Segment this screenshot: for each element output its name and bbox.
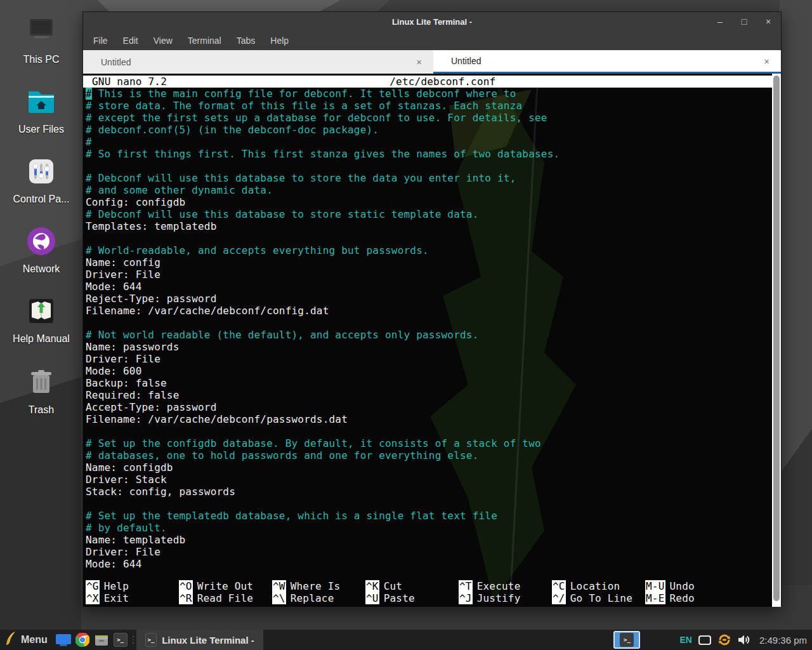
window-titlebar[interactable]: Linux Lite Terminal - – □ × xyxy=(83,12,781,31)
desktop-icon-user-files[interactable]: User Files xyxy=(0,85,82,135)
menu-edit[interactable]: Edit xyxy=(115,36,146,46)
nano-editor[interactable]: GNU nano 7.2 /etc/debconf.conf # This is… xyxy=(83,74,781,607)
text-cursor: # xyxy=(86,88,92,100)
shortcut-column: ^OWrite Out^RRead File xyxy=(179,580,272,604)
window-title: Linux Lite Terminal - xyxy=(392,17,472,27)
editor-line: # debconf.conf(5) (in the debconf-doc pa… xyxy=(86,124,772,136)
desktop-icon-label: This PC xyxy=(23,54,60,65)
editor-line: # store data. The format of this file is… xyxy=(86,100,772,112)
editor-line: Mode: 600 xyxy=(86,365,772,377)
desktop-icon-this-pc[interactable]: This PC xyxy=(0,15,82,65)
terminal-icon[interactable]: >_ xyxy=(111,630,130,650)
display-icon[interactable] xyxy=(698,635,711,645)
task-button-label: Linux Lite Terminal - xyxy=(162,635,254,646)
start-menu-button[interactable]: Menu xyxy=(0,630,54,650)
editor-line xyxy=(86,498,772,510)
desktop-icon-trash[interactable]: Trash xyxy=(0,366,82,416)
editor-line: Driver: File xyxy=(86,269,772,281)
editor-line: Required: false xyxy=(86,389,772,401)
tab-untitled-2[interactable]: Untitled × xyxy=(433,50,781,74)
network-globe-icon xyxy=(25,225,58,258)
terminal-window: Linux Lite Terminal - – □ × FileEditView… xyxy=(82,11,782,606)
editor-line: # Set up the configdb database. By defau… xyxy=(86,437,772,449)
tab-close-icon[interactable]: × xyxy=(416,56,422,67)
editor-line: # databases, one to hold passwords and o… xyxy=(86,449,772,461)
editor-line: # World-readable, and accepts everything… xyxy=(86,244,772,256)
nano-shortcut: ^KCut xyxy=(365,580,459,592)
nano-shortcut: M-UUndo xyxy=(645,580,738,592)
desktop-icon-label: Network xyxy=(23,263,60,275)
editor-line: Mode: 644 xyxy=(86,558,772,570)
taskbar-clock[interactable]: 2:49:36 pm xyxy=(757,635,807,646)
menu-label: Menu xyxy=(21,634,48,646)
editor-line: Name: templatedb xyxy=(86,534,772,546)
keyboard-layout-indicator[interactable]: EN xyxy=(679,635,691,645)
editor-line: Backup: false xyxy=(86,377,772,389)
task-button-terminal[interactable]: >_ Linux Lite Terminal - xyxy=(136,630,263,650)
editor-line: # and some other dynamic data. xyxy=(86,184,772,196)
editor-line: # xyxy=(86,136,772,148)
home-folder-icon xyxy=(25,85,58,118)
desktop-icon-label: Help Manual xyxy=(13,333,70,345)
desktop-icon-label: Control Pa... xyxy=(13,194,70,205)
desktop-icon-control-panel[interactable]: Control Pa... xyxy=(0,155,82,205)
tab-untitled-1[interactable]: Untitled × xyxy=(83,50,433,74)
desktop-icon-network[interactable]: Network xyxy=(0,225,82,275)
nano-shortcut: ^/Go To Line xyxy=(552,592,645,604)
updates-icon[interactable] xyxy=(717,633,731,647)
help-manual-icon xyxy=(25,295,58,328)
editor-line: # Debconf will use this database to stor… xyxy=(86,208,772,220)
shortcut-column: ^TExecute^JJustify xyxy=(459,580,552,604)
tab-close-icon[interactable]: × xyxy=(764,56,769,67)
editor-line: Config: configdb xyxy=(86,196,772,208)
nano-version: GNU nano 7.2 xyxy=(83,76,167,88)
editor-line: # by default. xyxy=(86,522,772,534)
desktop: This PC User Files Control Pa... Network… xyxy=(0,0,812,650)
editor-line: Name: configdb xyxy=(86,461,772,474)
editor-line: # except the first sets up a database fo… xyxy=(86,112,772,124)
editor-line: # Debconf will use this database to stor… xyxy=(86,172,772,184)
nano-shortcut: ^RRead File xyxy=(179,592,272,604)
editor-line: Filename: /var/cache/debconf/passwords.d… xyxy=(86,413,772,425)
menu-terminal[interactable]: Terminal xyxy=(180,36,229,46)
chrome-icon[interactable] xyxy=(73,630,92,650)
scrollbar-thumb[interactable] xyxy=(773,76,780,601)
editor-line: Templates: templatedb xyxy=(86,220,772,232)
menu-view[interactable]: View xyxy=(146,36,180,46)
editor-line: Accept-Type: password xyxy=(86,401,772,413)
nano-shortcut: ^\Replace xyxy=(272,592,365,604)
terminal-tray-icon[interactable]: >_ xyxy=(613,631,640,649)
nano-file-path: /etc/debconf.conf xyxy=(390,76,495,88)
archive-icon[interactable] xyxy=(92,630,111,650)
taskbar-separator xyxy=(130,630,136,650)
editor-line: Mode: 644 xyxy=(86,281,772,293)
close-icon[interactable]: × xyxy=(763,17,773,26)
tab-label: Untitled xyxy=(83,57,131,67)
nano-shortcut: ^JJustify xyxy=(459,592,552,604)
desktop-icon-help-manual[interactable]: Help Manual xyxy=(0,295,82,345)
editor-line: Driver: File xyxy=(86,353,772,365)
editor-line: # This is the main config file for debco… xyxy=(86,88,772,100)
volume-icon[interactable] xyxy=(738,634,750,646)
nano-shortcut: ^CLocation xyxy=(552,580,645,592)
nano-shortcut: ^TExecute xyxy=(459,580,552,592)
nano-shortcut-bar: ^GHelp^XExit^OWrite Out^RRead File^WWher… xyxy=(86,580,771,604)
editor-line xyxy=(86,425,772,437)
minimize-icon[interactable]: – xyxy=(715,17,725,26)
file-manager-icon[interactable] xyxy=(54,630,73,650)
desktop-icon-label: User Files xyxy=(18,124,64,135)
desktop-icon-label: Trash xyxy=(29,404,54,416)
menu-file[interactable]: File xyxy=(86,36,115,46)
menu-help[interactable]: Help xyxy=(263,36,296,46)
control-panel-icon xyxy=(25,155,58,188)
nano-shortcut: ^GHelp xyxy=(86,580,179,592)
editor-line: Driver: File xyxy=(86,546,772,558)
linux-lite-logo-icon xyxy=(5,631,16,649)
editor-line: # Not world readable (the default), and … xyxy=(86,329,772,341)
maximize-icon[interactable]: □ xyxy=(739,17,749,26)
computer-icon xyxy=(25,15,58,48)
menu-tabs[interactable]: Tabs xyxy=(229,36,263,46)
scrollbar-track[interactable] xyxy=(772,74,781,607)
editor-text: # This is the main config file for debco… xyxy=(83,88,772,570)
editor-line xyxy=(86,232,772,244)
